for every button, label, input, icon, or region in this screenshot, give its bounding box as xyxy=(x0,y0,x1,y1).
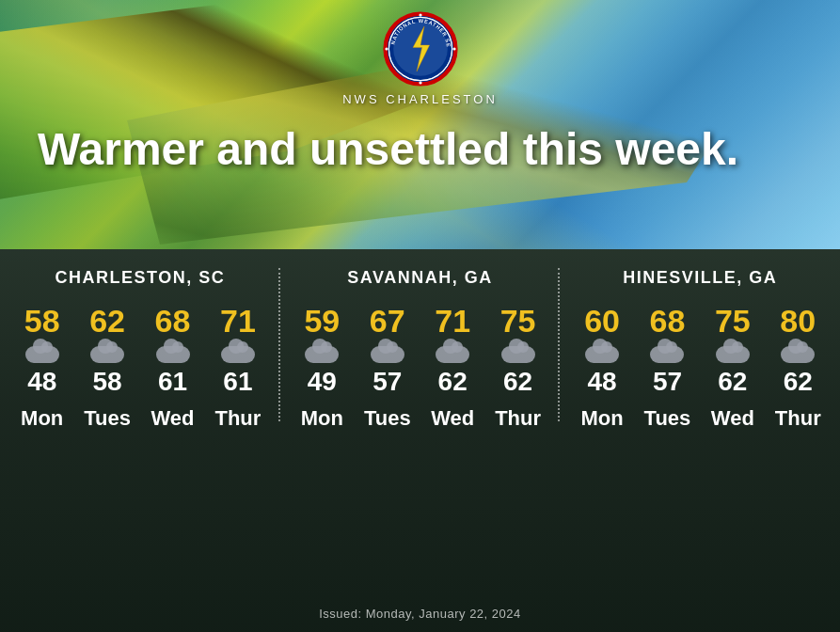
day-label-2-0: Mon xyxy=(580,406,623,431)
cloud-icon-0-2 xyxy=(156,346,190,363)
temp-high-2-1: 68 xyxy=(650,305,686,337)
day-col-2-1: 6857Tues xyxy=(642,305,693,431)
temp-low-1-3: 62 xyxy=(503,369,532,395)
day-col-1-3: 7562Thur xyxy=(492,305,544,431)
temp-high-1-1: 67 xyxy=(370,305,405,337)
days-row-1: 5949Mon6757Tues7162Wed7562Thur xyxy=(290,305,551,431)
issued-text: Issued: Monday, January 22, 2024 xyxy=(0,607,840,621)
cloud-icon-2-0 xyxy=(585,346,619,363)
temp-low-0-3: 61 xyxy=(223,369,252,395)
temp-high-0-0: 58 xyxy=(24,305,60,337)
day-label-2-3: Thur xyxy=(775,406,821,431)
day-col-2-0: 6048Mon xyxy=(577,305,628,431)
temp-low-1-2: 62 xyxy=(438,369,468,395)
day-label-1-3: Thur xyxy=(495,406,541,431)
temp-low-2-2: 62 xyxy=(718,369,747,395)
city-block-2: HINESVILLE, GA6048Mon6857Tues7562Wed8062… xyxy=(560,249,840,440)
cloud-icon-1-3 xyxy=(501,346,535,363)
days-row-2: 6048Mon6857Tues7562Wed8062Thur xyxy=(569,305,831,431)
temp-low-0-2: 61 xyxy=(158,369,187,395)
day-label-0-2: Wed xyxy=(151,406,194,431)
city-name-1: SAVANNAH, GA xyxy=(347,268,492,288)
nws-logo: NATIONAL WEATHER SERVICE xyxy=(383,11,458,87)
temp-high-0-2: 68 xyxy=(155,305,191,337)
day-label-1-2: Wed xyxy=(431,406,474,431)
temp-high-1-0: 59 xyxy=(304,305,340,337)
day-col-0-1: 6258Tues xyxy=(82,305,134,431)
day-col-2-2: 7562Wed xyxy=(706,305,758,431)
svg-point-8 xyxy=(452,47,455,50)
temp-high-2-0: 60 xyxy=(584,305,620,337)
day-col-1-2: 7162Wed xyxy=(427,305,479,431)
days-row-0: 5848Mon6258Tues6861Wed7161Thur xyxy=(9,305,271,431)
day-label-0-1: Tues xyxy=(84,406,131,431)
day-label-1-1: Tues xyxy=(364,406,411,431)
weather-section: CHARLESTON, SC5848Mon6258Tues6861Wed7161… xyxy=(0,249,840,607)
svg-point-5 xyxy=(419,13,421,16)
day-col-0-0: 5848Mon xyxy=(16,305,68,431)
cloud-icon-1-2 xyxy=(436,346,469,363)
header: NATIONAL WEATHER SERVICE NWS CHARLESTON xyxy=(0,0,840,106)
temp-low-2-0: 48 xyxy=(587,369,616,395)
temp-low-2-3: 62 xyxy=(784,369,813,395)
temp-high-0-1: 62 xyxy=(89,305,125,337)
temp-low-0-1: 58 xyxy=(93,369,122,395)
svg-point-7 xyxy=(385,47,388,50)
cloud-icon-2-1 xyxy=(650,346,684,363)
temp-high-0-3: 71 xyxy=(220,305,256,337)
temp-high-1-2: 71 xyxy=(435,305,470,337)
cloud-icon-2-3 xyxy=(781,346,815,363)
city-block-1: SAVANNAH, GA5949Mon6757Tues7162Wed7562Th… xyxy=(280,249,561,440)
cloud-icon-0-1 xyxy=(90,346,124,363)
temp-low-1-0: 49 xyxy=(308,369,337,395)
day-label-2-2: Wed xyxy=(711,406,754,431)
main-headline: Warmer and unsettled this week. xyxy=(0,106,840,175)
temp-high-2-2: 75 xyxy=(715,305,751,337)
temp-low-2-1: 57 xyxy=(653,369,682,395)
day-label-0-3: Thur xyxy=(214,406,261,431)
city-block-0: CHARLESTON, SC5848Mon6258Tues6861Wed7161… xyxy=(0,249,280,440)
day-col-2-3: 8062Thur xyxy=(772,305,824,431)
agency-title: NWS CHARLESTON xyxy=(342,92,498,106)
temp-high-1-3: 75 xyxy=(500,305,536,337)
temp-low-0-0: 48 xyxy=(27,369,56,395)
day-label-2-1: Tues xyxy=(644,406,691,431)
cloud-icon-1-1 xyxy=(371,346,404,363)
day-col-0-3: 7161Thur xyxy=(212,305,263,431)
day-col-1-0: 5949Mon xyxy=(296,305,348,431)
day-label-0-0: Mon xyxy=(21,406,63,431)
city-name-2: HINESVILLE, GA xyxy=(623,268,777,288)
cloud-icon-0-0 xyxy=(25,346,59,363)
cloud-icon-2-2 xyxy=(716,346,750,363)
day-label-1-0: Mon xyxy=(301,406,343,431)
cloud-icon-1-0 xyxy=(305,346,339,363)
day-col-0-2: 6861Wed xyxy=(147,305,198,431)
city-name-0: CHARLESTON, SC xyxy=(55,268,225,288)
svg-point-6 xyxy=(419,81,421,84)
temp-low-1-1: 57 xyxy=(372,369,402,395)
temp-high-2-3: 80 xyxy=(780,305,816,337)
cloud-icon-0-3 xyxy=(221,346,255,363)
day-col-1-1: 6757Tues xyxy=(361,305,413,431)
